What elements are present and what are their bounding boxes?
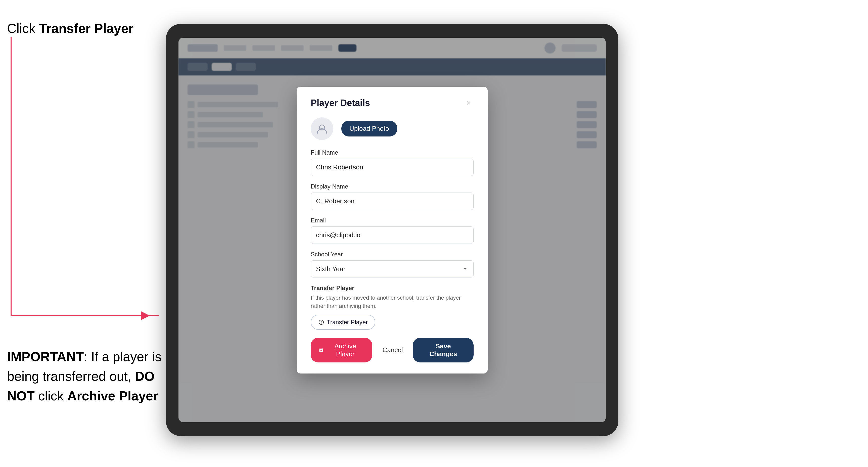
modal-close-button[interactable]: ×	[464, 98, 473, 108]
upload-photo-button[interactable]: Upload Photo	[341, 121, 397, 136]
annotation-horizontal-line	[10, 315, 159, 316]
instruction-bottom: IMPORTANT: If a player is being transfer…	[7, 347, 163, 406]
archive-player-button[interactable]: Archive Player	[311, 338, 372, 363]
player-details-modal: Player Details × Upload Photo Full N	[297, 87, 488, 374]
tablet-screen: Player Details × Upload Photo Full N	[179, 38, 606, 422]
modal-footer: Archive Player Cancel Save Changes	[311, 338, 473, 363]
modal-overlay: Player Details × Upload Photo Full N	[179, 38, 606, 422]
full-name-group: Full Name	[311, 149, 473, 176]
instruction-text-2: click	[35, 388, 67, 403]
display-name-group: Display Name	[311, 183, 473, 210]
display-name-input[interactable]	[311, 192, 473, 210]
school-year-label: School Year	[311, 251, 473, 258]
transfer-section-title: Transfer Player	[311, 284, 473, 291]
transfer-player-button[interactable]: Transfer Player	[311, 315, 375, 330]
save-changes-button[interactable]: Save Changes	[413, 338, 473, 363]
full-name-input[interactable]	[311, 159, 473, 176]
archive-warning-label: Archive Player	[67, 388, 158, 403]
annotation-vertical-line	[10, 37, 11, 316]
email-label: Email	[311, 217, 473, 224]
archive-btn-label: Archive Player	[326, 342, 365, 358]
full-name-label: Full Name	[311, 149, 473, 156]
tablet-device: Player Details × Upload Photo Full N	[166, 24, 618, 436]
email-input[interactable]	[311, 226, 473, 244]
avatar-row: Upload Photo	[311, 117, 473, 140]
display-name-label: Display Name	[311, 183, 473, 190]
transfer-btn-label: Transfer Player	[327, 319, 368, 326]
instruction-prefix: Click	[7, 21, 39, 36]
transfer-section-description: If this player has moved to another scho…	[311, 293, 473, 310]
cancel-button[interactable]: Cancel	[377, 342, 408, 359]
transfer-player-section: Transfer Player If this player has moved…	[311, 284, 473, 330]
instruction-bold: Transfer Player	[39, 21, 133, 36]
email-group: Email	[311, 217, 473, 244]
modal-header: Player Details ×	[311, 98, 473, 108]
school-year-select[interactable]: First Year Second Year Third Year Fourth…	[311, 260, 473, 278]
annotation-arrow	[141, 311, 150, 320]
instruction-top: Click Transfer Player	[7, 20, 133, 37]
avatar-placeholder	[311, 117, 333, 140]
transfer-icon	[318, 319, 324, 325]
archive-icon	[319, 347, 324, 353]
modal-title: Player Details	[311, 98, 370, 108]
important-label: IMPORTANT	[7, 349, 84, 364]
school-year-group: School Year First Year Second Year Third…	[311, 251, 473, 278]
